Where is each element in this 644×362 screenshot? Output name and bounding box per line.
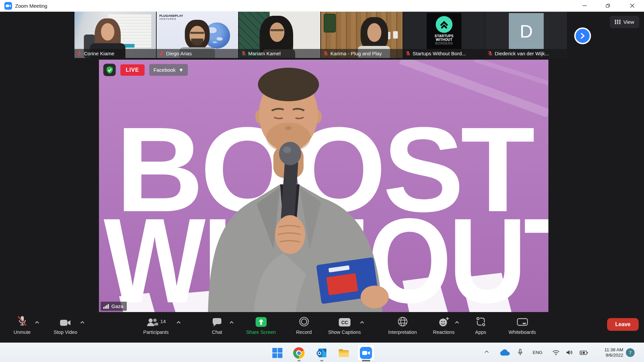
zoom-taskbar-icon[interactable] <box>359 346 373 360</box>
show-captions-button[interactable]: CC Show Captions <box>319 316 370 335</box>
chrome-taskbar-icon[interactable] <box>292 346 306 360</box>
signal-bars-icon <box>103 304 109 309</box>
participant-tile-mariam[interactable]: Mariam Kamel <box>239 12 320 58</box>
unmute-options-chevron[interactable] <box>35 319 39 325</box>
whiteboards-button[interactable]: Whiteboards <box>497 316 547 335</box>
chat-button[interactable]: Chat <box>192 316 242 335</box>
participants-options-chevron[interactable] <box>176 319 181 325</box>
outlook-taskbar-icon[interactable] <box>315 346 328 360</box>
video-options-chevron[interactable] <box>80 319 85 325</box>
chevron-right-icon <box>580 33 585 39</box>
close-button[interactable] <box>625 0 640 11</box>
leave-button[interactable]: Leave <box>607 318 639 331</box>
muted-mic-icon <box>488 51 492 56</box>
logo-text: STARTUPS WITHOUT BORDERS <box>435 34 453 45</box>
participant-name: Diederick van der Wijk... <box>495 51 549 56</box>
globe-icon <box>397 316 408 327</box>
participant-tile-karima[interactable]: Karima - Plug and Play <box>321 12 402 58</box>
file-explorer-icon <box>338 348 350 358</box>
participant-figure <box>367 23 381 42</box>
caret-down-icon: ▼ <box>178 67 183 73</box>
show-hidden-icons-chevron[interactable] <box>484 350 489 353</box>
whiteboard-icon <box>517 318 528 327</box>
battery-charging-icon <box>580 351 588 355</box>
muted-mic-icon <box>159 51 164 56</box>
view-button[interactable]: View <box>610 16 639 28</box>
main-speaker-video[interactable]: BOOST WITHOUT <box>99 60 548 312</box>
record-icon <box>299 316 309 327</box>
wifi-icon <box>552 350 560 356</box>
live-badge: LIVE <box>120 64 145 76</box>
participants-icon <box>146 318 158 327</box>
decor <box>324 14 336 33</box>
file-explorer-taskbar-icon[interactable] <box>337 346 351 360</box>
window-title: Zoom Meeting <box>15 0 47 12</box>
svg-text:CC: CC <box>341 320 348 325</box>
stream-status-group: LIVE Facebook ▼ <box>103 64 188 76</box>
outlook-icon <box>316 348 327 358</box>
chat-icon <box>212 318 222 327</box>
location-label: Gaza <box>111 303 123 309</box>
chevron-up-icon <box>484 350 489 353</box>
participant-tile-startups-without-borders[interactable]: STARTUPS WITHOUT BORDERS Startups Withou… <box>403 12 485 58</box>
participant-figure <box>101 23 114 41</box>
muted-mic-icon <box>406 51 410 56</box>
clock[interactable]: 11:38 AM 9/6/2022 <box>591 347 623 358</box>
zoom-icon <box>360 347 372 359</box>
decor <box>393 31 398 39</box>
language-indicator[interactable]: ENG <box>533 350 542 355</box>
microphone-tray-icon[interactable] <box>518 349 523 357</box>
stream-platform-dropdown[interactable]: Facebook ▼ <box>149 64 188 76</box>
participant-tile-diego[interactable]: PLUGANDPLAY VENTURES Diego Arias <box>157 12 238 58</box>
onedrive-tray-icon[interactable] <box>500 349 510 356</box>
participant-name-bar: Diederick van der Wijk... <box>485 49 567 58</box>
chrome-running-indicator <box>298 360 301 361</box>
grid-icon <box>615 20 621 24</box>
participant-tile-diederick[interactable]: D Diederick van der Wijk... <box>485 12 567 58</box>
speaker-location-bar: Gaza <box>101 302 127 311</box>
onedrive-cloud-icon <box>500 349 510 356</box>
zoom-meeting-window: Zoom Meeting Corine Kiame PLUGANDPLAY VE… <box>0 0 644 362</box>
startups-without-borders-logo: STARTUPS WITHOUT BORDERS <box>427 13 462 49</box>
captions-icon: CC <box>338 318 351 327</box>
captions-options-chevron[interactable] <box>360 319 364 325</box>
muted-mic-icon <box>77 51 82 56</box>
tray-date: 9/6/2022 <box>591 353 623 358</box>
participant-name-bar: Mariam Kamel <box>239 49 320 58</box>
notification-count-badge[interactable]: 7 <box>626 348 635 357</box>
next-participants-button[interactable] <box>574 27 591 44</box>
participant-name-bar: Corine Kiame <box>74 49 156 58</box>
wifi-tray-icon[interactable] <box>552 350 560 356</box>
participant-figure <box>270 22 284 42</box>
zoom-running-indicator <box>362 360 370 361</box>
share-screen-icon <box>256 317 267 327</box>
participant-name-bar: Karima - Plug and Play <box>321 49 402 58</box>
plug-and-play-logo: PLUGANDPLAY VENTURES <box>159 14 183 21</box>
minimize-button[interactable] <box>577 0 592 11</box>
logo-mark <box>436 16 452 33</box>
windows-logo-icon <box>272 348 283 358</box>
avatar: D <box>509 13 544 49</box>
speaker-icon <box>566 350 573 355</box>
chrome-icon <box>293 347 305 359</box>
participant-name-bar: Startups Without Bord... <box>403 49 485 58</box>
avatar-letter: D <box>520 21 533 42</box>
apps-icon <box>476 316 486 327</box>
participant-tile-corine[interactable]: Corine Kiame <box>74 12 156 58</box>
battery-tray-icon[interactable] <box>580 351 588 355</box>
meeting-toolbar: Unmute Stop Video 14 Participants Chat S… <box>0 312 644 343</box>
speaker-scene: BOOST WITHOUT <box>99 60 548 312</box>
reactions-icon <box>438 316 449 327</box>
volume-tray-icon[interactable] <box>566 350 573 355</box>
participant-name-bar: Diego Arias <box>157 49 238 58</box>
muted-mic-icon <box>241 51 246 56</box>
mic-muted-icon <box>16 316 28 327</box>
security-shield-icon[interactable] <box>103 64 116 76</box>
participants-button[interactable]: 14 Participants <box>131 316 181 335</box>
participant-name: Mariam Kamel <box>248 51 281 56</box>
chat-options-chevron[interactable] <box>229 319 234 325</box>
muted-mic-icon <box>324 51 328 56</box>
restore-button[interactable] <box>600 0 615 11</box>
stop-video-button[interactable]: Stop Video <box>40 316 91 335</box>
start-button[interactable] <box>271 346 284 360</box>
